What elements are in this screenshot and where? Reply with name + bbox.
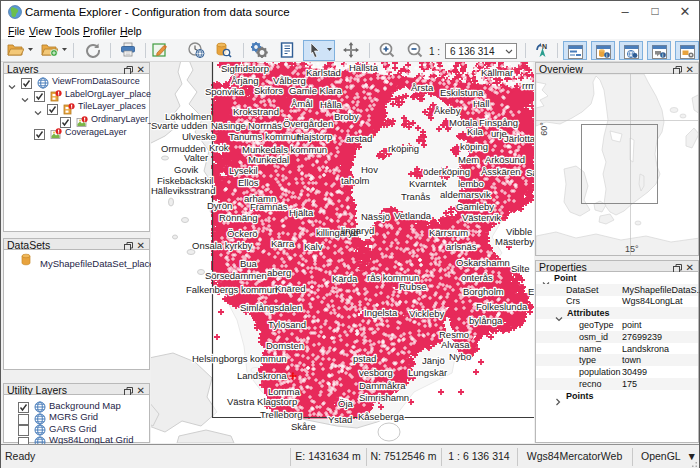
- svg-text:Govik: Govik: [174, 164, 199, 175]
- svg-text:Årsta: Årsta: [411, 82, 434, 93]
- svg-text:aberg: aberg: [267, 267, 291, 278]
- svg-text:Mästerby: Mästerby: [495, 236, 534, 247]
- svg-text:Domsten: Domsten: [266, 340, 304, 351]
- svg-text:arstad: arstad: [346, 133, 372, 144]
- svg-text:köping: köping: [460, 141, 488, 152]
- svg-text:lembo: lembo: [458, 178, 484, 189]
- svg-text:Lungskär: Lungskär: [408, 367, 447, 378]
- svg-text:Broby: Broby: [334, 111, 359, 122]
- svg-text:Kärra: Kärra: [271, 238, 295, 249]
- svg-text:Gamleby: Gamleby: [456, 201, 494, 212]
- svg-text:Källmar: Källmar: [481, 67, 513, 78]
- svg-text:taholm: taholm: [341, 175, 370, 186]
- svg-text:Valter: Valter: [184, 152, 208, 163]
- svg-text:Åsskären: Åsskären: [481, 166, 521, 177]
- svg-text:Kalv: Kalv: [304, 241, 323, 252]
- svg-text:pstad: pstad: [353, 353, 376, 364]
- svg-text:Hov: Hov: [361, 164, 378, 175]
- svg-text:Rönnäng: Rönnäng: [219, 212, 258, 223]
- svg-text:Dammåkra: Dammåkra: [359, 380, 406, 391]
- svg-text:Borgholm: Borgholm: [463, 286, 504, 297]
- svg-text:Sponvika: Sponvika: [205, 86, 245, 97]
- svg-text:Ellös: Ellös: [238, 177, 259, 188]
- svg-text:Ystad: Ystad: [328, 414, 352, 425]
- svg-text:60°: 60°: [539, 122, 549, 136]
- svg-text:Västervik: Västervik: [462, 212, 501, 223]
- svg-text:Onsala kyrkby: Onsala kyrkby: [192, 240, 252, 251]
- svg-text:öderköping: öderköping: [423, 166, 470, 177]
- svg-text:Tanums kommun: Tanums kommun: [229, 131, 301, 142]
- svg-text:Ulveske: Ulveske: [182, 131, 216, 142]
- svg-text:Oskarshamn: Oskarshamn: [456, 257, 510, 268]
- svg-text:lingaryd: lingaryd: [341, 225, 374, 236]
- svg-text:aldemarsvik: aldemarsvik: [440, 189, 491, 200]
- svg-text:Simrishamn: Simrishamn: [359, 392, 409, 403]
- svg-text:i: i: [606, 52, 607, 58]
- svg-text:rrme: rrme: [522, 80, 534, 91]
- svg-text:Hall: Hall: [473, 98, 489, 109]
- svg-text:Sörsedammen: Sörsedammen: [205, 270, 267, 281]
- svg-text:Norrnäs: Norrnäs: [248, 120, 282, 131]
- svg-text:Kärda: Kärda: [332, 273, 358, 284]
- svg-text:Munkedal: Munkedal: [248, 154, 289, 165]
- svg-text:Sa: Sa: [526, 167, 534, 178]
- svg-text:Eskilstuna: Eskilstuna: [440, 87, 484, 98]
- svg-text:Simlångsdalen: Simlångsdalen: [240, 302, 302, 313]
- svg-text:Kila: Kila: [467, 126, 484, 137]
- svg-text:Knäred: Knäred: [275, 283, 306, 294]
- svg-text:Näsinge: Näsinge: [211, 120, 246, 131]
- svg-text:Hälleviksstrand: Hälleviksstrand: [151, 185, 215, 196]
- svg-text:Framnäs: Framnäs: [250, 201, 288, 212]
- svg-text:Bua: Bua: [240, 258, 258, 269]
- svg-text:Vetlanda: Vetlanda: [394, 210, 432, 221]
- svg-text:Kåseberga: Kåseberga: [358, 411, 405, 422]
- svg-text:Järlotta: Järlotta: [504, 133, 534, 144]
- svg-text:Hajstorp: Hajstorp: [297, 131, 332, 142]
- svg-text:Hjälta: Hjälta: [289, 207, 314, 218]
- svg-text:Jänjö: Jänjö: [422, 355, 445, 366]
- svg-text:Hallsta: Hallsta: [349, 62, 379, 73]
- svg-text:Dyrön: Dyrön: [207, 200, 232, 211]
- svg-text:Nybo: Nybo: [449, 351, 471, 362]
- svg-text:Alvasa: Alvasa: [441, 339, 470, 350]
- svg-text:Övergården: Övergården: [283, 118, 333, 129]
- svg-text:i: i: [662, 52, 663, 58]
- svg-text:Svarte udden: Svarte udden: [151, 120, 208, 131]
- svg-text:Landskrona: Landskrona: [237, 370, 287, 381]
- svg-text:Rubse: Rubse: [399, 281, 426, 292]
- svg-text:Åmål: Åmål: [291, 98, 313, 109]
- svg-text:Skifors: Skifors: [254, 85, 283, 96]
- svg-text:Öja: Öja: [338, 398, 354, 409]
- svg-text:rköping: rköping: [388, 143, 419, 154]
- svg-text:Ek: Ek: [528, 286, 534, 297]
- svg-text:Hålla: Hålla: [320, 99, 342, 110]
- svg-text:Arkösund: Arkösund: [485, 154, 525, 165]
- svg-text:Karlstad: Karlstad: [306, 67, 341, 78]
- svg-text:Skåre: Skåre: [291, 421, 316, 432]
- svg-text:Trelleborg: Trelleborg: [260, 409, 302, 420]
- svg-text:Falkenbergs kommun: Falkenbergs kommun: [186, 284, 277, 295]
- svg-text:Krokstrand: Krokstrand: [233, 106, 279, 117]
- svg-text:onterås: onterås: [461, 272, 493, 283]
- svg-text:Vickleby: Vickleby: [409, 308, 444, 319]
- svg-text:Kärrsrum: Kärrsrum: [429, 227, 468, 238]
- svg-text:Silte: Silte: [511, 263, 529, 274]
- svg-text:bylånga: bylånga: [469, 315, 503, 326]
- svg-text:arlsnäs: arlsnäs: [446, 241, 477, 252]
- svg-text:Mem: Mem: [458, 154, 479, 165]
- svg-text:15°: 15°: [625, 244, 639, 254]
- svg-text:Tylösand: Tylösand: [268, 319, 306, 330]
- svg-text:Folkeslunda: Folkeslunda: [476, 301, 528, 312]
- svg-text:Ingelsta: Ingelsta: [364, 307, 398, 318]
- svg-text:Krok: Krok: [209, 142, 229, 153]
- svg-text:Lysekil: Lysekil: [229, 165, 258, 176]
- svg-text:Nässjö: Nässjö: [361, 211, 390, 222]
- svg-text:Öckerö: Öckerö: [227, 228, 258, 239]
- svg-text:Sigfridstorp: Sigfridstorp: [221, 63, 269, 74]
- svg-text:Gamle Klara: Gamle Klara: [289, 85, 343, 96]
- svg-text:Kvarntek: Kvarntek: [409, 178, 447, 189]
- svg-text:vesborg: vesborg: [359, 367, 393, 378]
- svg-text:Helsingborgs kommun: Helsingborgs kommun: [192, 353, 287, 364]
- svg-text:Västra Klagstorp: Västra Klagstorp: [227, 396, 297, 407]
- svg-text:Tranås: Tranås: [401, 191, 430, 202]
